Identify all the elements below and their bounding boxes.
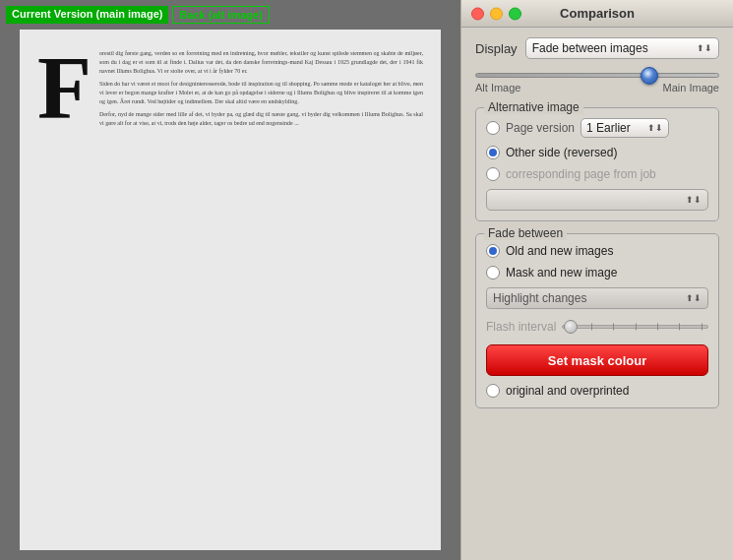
highlight-changes-value: Highlight changes [493, 291, 586, 305]
page-text-content: orestil dig første gang, verden so en fo… [37, 49, 423, 128]
tick-1 [591, 324, 592, 331]
current-version-label[interactable]: Current Version (main image) [6, 6, 168, 24]
page-version-row[interactable]: Page version 1 Earlier ⬆⬇ [486, 118, 708, 138]
titlebar: Comparison [461, 0, 733, 28]
minimize-button[interactable] [490, 7, 503, 20]
page-version-radio[interactable] [486, 121, 500, 135]
highlight-changes-dropdown[interactable]: Highlight changes ⬆⬇ [486, 287, 708, 309]
alt-image-label: Alt Image [475, 82, 520, 93]
page-version-dropdown[interactable]: 1 Earlier ⬆⬇ [580, 118, 669, 138]
other-side-row[interactable]: Other side (reversed) [486, 146, 708, 159]
dropdown-arrow-icon: ⬆⬇ [697, 43, 712, 53]
flash-interval-row: Flash interval [486, 317, 708, 337]
window-buttons [471, 7, 521, 20]
back-alt-label[interactable]: Back (alt image) [172, 6, 269, 24]
fade-between-section: Fade between Old and new images Mask and… [475, 233, 719, 408]
radio-selected-dot [489, 149, 497, 156]
original-overprinted-row[interactable]: original and overprinted [486, 384, 708, 398]
flash-slider-thumb[interactable] [564, 320, 578, 334]
corresponding-page-row[interactable]: corresponding page from job [486, 167, 708, 181]
tick-4 [657, 324, 658, 331]
page-version-label: Page version [506, 121, 575, 135]
control-panel: Comparison Display Fade between images ⬆… [460, 0, 733, 560]
highlight-dropdown-arrow-icon: ⬆⬇ [686, 293, 702, 303]
alternative-image-section: Alternative image Page version 1 Earlier… [475, 107, 719, 221]
maximize-button[interactable] [509, 7, 521, 20]
other-side-radio[interactable] [486, 146, 500, 159]
other-side-label: Other side (reversed) [506, 146, 617, 159]
tick-3 [636, 324, 637, 331]
display-label: Display [475, 41, 518, 56]
image-preview-panel: Current Version (main image) Back (alt i… [0, 0, 460, 560]
set-mask-colour-button[interactable]: Set mask colour [486, 344, 708, 376]
page-version-value: 1 Earlier [586, 121, 631, 135]
tick-2 [613, 324, 614, 331]
corresponding-page-label: corresponding page from job [506, 167, 656, 181]
corresponding-page-radio[interactable] [486, 167, 500, 181]
flash-interval-label: Flash interval [486, 320, 556, 334]
mask-new-image-row[interactable]: Mask and new image [486, 266, 708, 280]
corresponding-page-dropdown[interactable]: ⬆⬇ [486, 189, 708, 211]
original-overprinted-radio[interactable] [486, 384, 500, 398]
fade-between-title: Fade between [484, 226, 567, 240]
flash-slider-area[interactable] [562, 317, 708, 337]
alt-image-section-title: Alternative image [484, 100, 583, 114]
old-new-radio[interactable] [486, 244, 500, 258]
corresponding-dropdown-arrow-icon: ⬆⬇ [686, 195, 702, 205]
tick-6 [702, 324, 702, 331]
old-new-images-row[interactable]: Old and new images [486, 244, 708, 258]
mask-new-radio[interactable] [486, 266, 500, 280]
slider-labels: Alt Image Main Image [475, 82, 719, 93]
page-version-arrow-icon: ⬆⬇ [647, 123, 663, 133]
fade-slider-track[interactable] [475, 73, 719, 78]
panel-content: Display Fade between images ⬆⬇ Alt Image… [461, 28, 733, 560]
display-dropdown[interactable]: Fade between images ⬆⬇ [525, 37, 719, 59]
display-row: Display Fade between images ⬆⬇ [475, 37, 719, 59]
main-image-label: Main Image [663, 82, 719, 93]
window-title: Comparison [560, 6, 635, 21]
fade-slider-container: Alt Image Main Image [475, 73, 719, 93]
image-labels: Current Version (main image) Back (alt i… [0, 6, 460, 24]
tick-5 [679, 324, 680, 331]
display-dropdown-value: Fade between images [532, 41, 648, 55]
original-overprinted-label: original and overprinted [506, 384, 629, 398]
decorative-letter: F [37, 44, 92, 133]
old-new-label: Old and new images [506, 244, 613, 258]
mask-new-label: Mask and new image [506, 266, 617, 280]
old-new-radio-dot [489, 247, 497, 255]
close-button[interactable] [471, 7, 484, 20]
page-preview: F orestil dig første gang, verden so en … [20, 30, 441, 550]
